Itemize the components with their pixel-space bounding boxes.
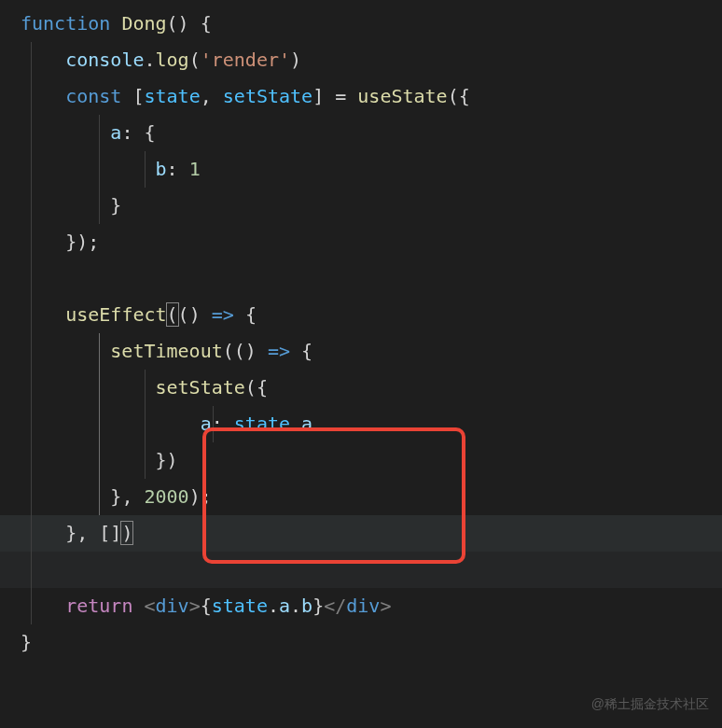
space (189, 12, 201, 35)
jsx-brace-close: } (312, 595, 324, 617)
code-line-active[interactable]: }, []) (0, 515, 722, 552)
paren-close: ) (167, 449, 178, 471)
space (201, 303, 212, 326)
prop-a: a (279, 595, 290, 617)
var-setState: setState (223, 85, 312, 107)
paren-close: ) (178, 12, 189, 35)
paren-open: ( (178, 303, 189, 326)
paren-close: ) (245, 340, 257, 362)
brace-open: { (301, 340, 312, 362)
code-line[interactable]: }); (0, 224, 722, 260)
space (324, 85, 335, 107)
function-setTimeout: setTimeout (110, 340, 222, 362)
dot: . (144, 49, 155, 71)
keyword-return: return (65, 595, 132, 617)
brace-close: } (110, 485, 121, 508)
code-line[interactable]: setState({ (0, 370, 722, 406)
keyword-const: const (65, 85, 121, 107)
tag-open-gt: > (189, 595, 201, 617)
code-line[interactable]: } (0, 624, 722, 661)
paren-open: ( (189, 49, 201, 71)
method-log: log (156, 49, 189, 71)
var-state: state (212, 595, 268, 617)
tag-close-gt: > (380, 595, 391, 617)
tag-close-lt: </ (324, 595, 346, 617)
space (290, 340, 301, 362)
brace-close: } (65, 522, 76, 544)
prop-a: a (201, 413, 212, 435)
paren-open-matched: ( (166, 302, 179, 327)
brace-open: { (257, 376, 268, 399)
var-state: state (234, 413, 290, 435)
paren-open: ( (448, 85, 459, 107)
prop-a: a (110, 121, 121, 144)
code-line[interactable]: return <div>{state.a.b}</div> (0, 588, 722, 624)
var-state: state (144, 85, 200, 107)
call-setState: setState (156, 376, 245, 399)
function-useEffect: useEffect (65, 303, 166, 326)
identifier-console: console (65, 49, 144, 71)
brace-close: } (156, 449, 167, 471)
comma: , (121, 485, 132, 508)
paren-open: ( (234, 340, 245, 362)
bracket-close: ] (312, 85, 324, 107)
equals: = (335, 85, 346, 107)
paren-close: ) (76, 231, 88, 253)
code-line[interactable] (0, 552, 722, 588)
prop-a: a (301, 413, 312, 435)
code-line[interactable] (0, 260, 722, 297)
code-line[interactable]: const [state, setState] = useState({ (0, 78, 722, 115)
paren-close: ) (290, 49, 301, 71)
code-line[interactable]: }) (0, 442, 722, 479)
space (257, 340, 268, 362)
space (346, 85, 357, 107)
paren-close: ) (189, 303, 201, 326)
tag-div: div (156, 595, 189, 617)
space (121, 85, 132, 107)
code-line[interactable]: } (0, 188, 722, 224)
colon: : (121, 121, 132, 144)
number-1: 1 (189, 158, 201, 180)
prop-b: b (301, 595, 312, 617)
function-name: Dong (121, 12, 166, 35)
space (132, 121, 144, 144)
space (132, 595, 144, 617)
brace-open: { (245, 303, 257, 326)
number-2000: 2000 (144, 485, 188, 508)
space (88, 522, 99, 544)
space (178, 158, 189, 180)
comma: , (76, 522, 88, 544)
code-line[interactable]: b: 1 (0, 151, 722, 188)
brace-open: { (459, 85, 470, 107)
brace-close: } (110, 194, 121, 217)
paren-open: ( (167, 12, 178, 35)
keyword-function: function (21, 12, 110, 35)
watermark-text: @稀土掘金技术社区 (591, 692, 709, 717)
jsx-brace-open: { (201, 595, 212, 617)
code-line[interactable]: useEffect(() => { (0, 297, 722, 333)
brace-close: } (65, 231, 76, 253)
paren-open: ( (245, 376, 257, 399)
brace-open: { (144, 121, 155, 144)
comma: , (201, 85, 212, 107)
paren-close: ) (189, 485, 201, 508)
code-line[interactable]: }, 2000); (0, 479, 722, 515)
brace-close: } (21, 631, 32, 653)
code-line[interactable]: function Dong() { (0, 6, 722, 42)
semicolon: ; (201, 485, 212, 508)
dot: . (268, 595, 279, 617)
tag-div: div (346, 595, 380, 617)
bracket-open: [ (132, 85, 144, 107)
code-line[interactable]: console.log('render') (0, 42, 722, 78)
code-line[interactable]: a: { (0, 115, 722, 151)
space (132, 485, 144, 508)
tag-open-lt: < (144, 595, 155, 617)
prop-b: b (156, 158, 167, 180)
code-line[interactable]: a: state.a (0, 406, 722, 442)
code-editor[interactable]: function Dong() { console.log('render') … (0, 0, 722, 661)
brace-open: { (201, 12, 212, 35)
arrow: => (212, 303, 234, 326)
paren-open: ( (223, 340, 234, 362)
bracket-open: [ (99, 522, 110, 544)
code-line[interactable]: setTimeout(() => { (0, 333, 722, 370)
